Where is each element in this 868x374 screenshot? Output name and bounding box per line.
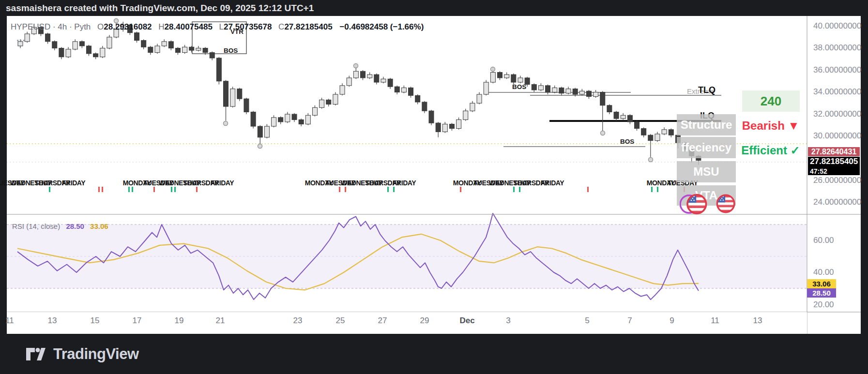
time-tick-label: 9 (670, 316, 674, 326)
rsi-value-badge: 28.50 (807, 288, 836, 298)
tradingview-screenshot: sasmaishera created with TradingView.com… (0, 0, 868, 374)
rsi-ma-badge: 33.06 (807, 279, 836, 288)
rsi-tick-label: 60.00 (813, 236, 834, 245)
tradingview-logo-icon[interactable] (25, 346, 46, 362)
time-tick-label: 13 (48, 316, 57, 326)
time-tick-label: 25 (336, 316, 345, 326)
price-tick-label: 32.00000000 (813, 109, 861, 119)
ref-price-badge: 27.82640431 (808, 147, 860, 156)
price-scale[interactable]: 40.0000000038.0000000036.0000000034.0000… (807, 16, 861, 312)
price-tick-label: 38.00000000 (813, 43, 861, 53)
time-tick-label: 3 (506, 316, 510, 326)
time-tick-label: 11 (711, 316, 719, 326)
time-tick-label: 15 (91, 316, 100, 326)
time-tick-label: Dec (459, 316, 474, 326)
time-tick-label: 27 (378, 316, 387, 326)
price-tick-label: 34.00000000 (813, 87, 861, 97)
time-tick-label: 17 (133, 316, 142, 326)
time-tick-label: 7 (627, 316, 632, 326)
time-tick-label: 5 (585, 316, 589, 326)
last-price-value: 27.82185405 (810, 157, 860, 166)
chart-background (7, 16, 861, 334)
attribution-bar: sasmaishera created with TradingView.com… (0, 0, 868, 16)
last-price-badge: 27.8218540547:52 (808, 157, 860, 175)
price-tick-label: 36.00000000 (813, 65, 861, 75)
bar-countdown: 47:52 (810, 166, 860, 176)
time-tick-label: 19 (175, 316, 184, 326)
attribution-text: sasmaishera created with TradingView.com… (6, 3, 314, 13)
price-tick-label: 26.00000000 (813, 176, 861, 185)
time-tick-label: 29 (420, 316, 429, 326)
time-tick-label: 21 (216, 316, 225, 326)
price-tick-label: 30.00000000 (813, 131, 861, 141)
rsi-tick-label: 20.00 (813, 300, 834, 310)
price-tick-label: 40.00000000 (813, 21, 861, 31)
time-tick-label: 13 (753, 316, 762, 326)
time-tick-label: 11 (5, 316, 14, 326)
tradingview-logo-text[interactable]: TradingView (53, 345, 139, 363)
rsi-tick-label: 40.00 (813, 268, 834, 277)
footer-bar: TradingView (0, 334, 868, 374)
price-tick-label: 24.00000000 (813, 197, 861, 207)
time-scale[interactable]: 11131517192123252729Dec35791113 (7, 312, 807, 334)
time-tick-label: 23 (293, 316, 303, 326)
